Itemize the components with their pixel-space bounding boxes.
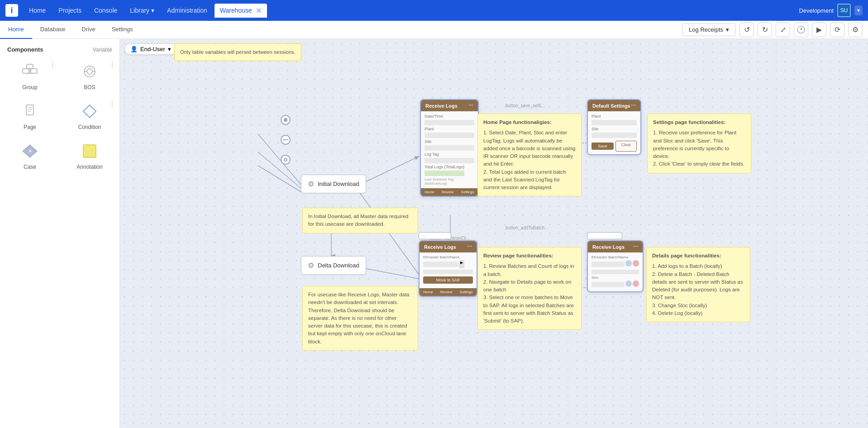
condition-label: Condition: [78, 124, 101, 130]
svg-text:✕: ✕: [28, 148, 32, 154]
settings-page-node[interactable]: Default Settings ⋯ Plant Site Save Clear: [587, 99, 641, 155]
details-page-node[interactable]: Receive Logs ⋯ Efcharder Batch/Name Sloc: [587, 240, 644, 292]
svg-rect-1: [31, 69, 37, 73]
warning-note: Only table variables will persist betwee…: [174, 43, 301, 61]
play-button[interactable]: ▶: [812, 23, 826, 37]
home-page-footer: Home Review Settings: [421, 188, 478, 196]
log-receipts-button[interactable]: Log Receipts ▾: [682, 23, 736, 36]
svg-line-27: [258, 166, 301, 192]
svg-point-8: [87, 69, 92, 74]
initial-download-label: Initial Download: [318, 181, 359, 187]
end-user-arrow-icon: ▾: [168, 46, 171, 52]
condition-icon: [81, 102, 99, 120]
input-node-2[interactable]: [281, 135, 291, 145]
svg-line-24: [360, 267, 419, 279]
config-button[interactable]: ⚙: [848, 23, 863, 37]
nav-warehouse-tab[interactable]: Warehouse ✕: [215, 4, 267, 18]
page-icon: [21, 102, 39, 120]
review-note-title: Review page functionalities:: [483, 252, 576, 260]
fullscreen-button[interactable]: ⤢: [776, 23, 790, 37]
case-icon: ✕: [21, 142, 39, 160]
svg-line-25: [258, 134, 301, 185]
sidebar-grid: ⋮ Group ⋮: [0, 57, 119, 176]
group-icon: [21, 62, 39, 81]
page-label: Page: [24, 124, 36, 130]
initial-download-node[interactable]: ⚙ Initial Download ⋮: [301, 175, 366, 193]
home-note-text: 1. Select Date, Plant, Sloc and enter Lo…: [483, 129, 576, 191]
subnav-database[interactable]: Database: [32, 21, 74, 39]
main-layout: Components Variable ⋮: [0, 39, 868, 428]
delta-download-note: For usecase like Receive Logs, Master da…: [302, 286, 418, 351]
sidebar-item-bos[interactable]: ⋮ BOS: [60, 57, 119, 96]
nav-library[interactable]: Library ▾: [124, 4, 160, 17]
case-label: Case: [24, 164, 36, 170]
nav-right: Development SU ▾: [799, 4, 863, 17]
review-page-node[interactable]: Receive Logs ⋯ Efcharder Batch/Name ▶ Mo…: [419, 240, 477, 297]
environment-label: Development: [799, 7, 834, 14]
svg-rect-18: [83, 145, 96, 157]
sidebar-variable-label: Variable: [93, 47, 112, 53]
input-node-1[interactable]: [281, 115, 291, 125]
avatar-dropdown[interactable]: ▾: [854, 5, 863, 15]
settings-page-title-bar: Default Settings ⋯: [588, 100, 640, 111]
settings-page-container: Default Settings ⋯ Plant Site Save Clear…: [587, 99, 620, 113]
input-node-3[interactable]: [281, 155, 291, 165]
delta-download-menu-icon[interactable]: ⋮: [356, 260, 362, 267]
bos-icon: [81, 62, 99, 81]
app-logo[interactable]: i: [5, 4, 18, 17]
sidebar-header: Components Variable: [0, 43, 119, 57]
initial-download-note: In Initial Download, all Master data req…: [302, 208, 418, 233]
canvas[interactable]: 👤 End-User ▾ Only table variables will p…: [120, 39, 868, 428]
subnav-home[interactable]: Home: [0, 21, 32, 39]
svg-line-26: [258, 152, 301, 188]
group-menu-icon[interactable]: ⋮: [49, 61, 56, 68]
history-button[interactable]: 🕐: [794, 23, 808, 37]
review-page-body: Efcharder Batch/Name ▶ Move to SAP: [420, 252, 477, 288]
connector-label-add-to-batch: button_addToBatch...: [506, 225, 548, 230]
initial-download-icon: ⚙: [308, 180, 314, 188]
connector-label-save-settings: button_save_setti...: [506, 103, 545, 108]
svg-marker-15: [83, 105, 96, 118]
settings-note: Settings page functionalities: 1. Receiv…: [647, 114, 751, 173]
redo-button[interactable]: ↻: [758, 23, 772, 37]
home-page-node[interactable]: Receive Logs ⋯ Date/Time Plant Site Log …: [420, 99, 479, 197]
subnav-settings[interactable]: Settings: [104, 21, 141, 39]
nav-console[interactable]: Console: [89, 4, 123, 17]
svg-rect-0: [23, 69, 29, 73]
svg-line-19: [360, 157, 419, 185]
condition-menu-icon[interactable]: ⋮: [109, 100, 115, 108]
nav-home[interactable]: Home: [24, 4, 51, 17]
sidebar-item-case[interactable]: ✕ Case: [0, 136, 60, 176]
undo-button[interactable]: ↺: [739, 23, 754, 37]
nav-projects[interactable]: Projects: [53, 4, 87, 17]
refresh-button[interactable]: ⟳: [830, 23, 844, 37]
avatar[interactable]: SU: [837, 4, 851, 17]
delta-download-node[interactable]: ⚙ Delta Download ⋮: [301, 256, 366, 275]
library-arrow-icon: ▾: [151, 7, 154, 14]
annotation-icon: [81, 142, 99, 160]
delta-download-icon: ⚙: [308, 261, 314, 270]
sub-nav: Home Database Drive Settings Log Receipt…: [0, 21, 868, 39]
sidebar-item-page[interactable]: Page: [0, 96, 60, 136]
bos-menu-icon[interactable]: ⋮: [109, 61, 115, 68]
details-note-text: 1. Add logs to a Batch (locally) 2. Dele…: [652, 262, 744, 317]
svg-line-20: [360, 193, 419, 274]
sidebar-item-annotation[interactable]: Annotation: [60, 136, 119, 176]
review-page-menu-bar: ⋯: [419, 232, 451, 239]
close-tab-icon[interactable]: ✕: [256, 6, 262, 15]
delta-download-label: Delta Download: [318, 262, 359, 269]
nav-administration[interactable]: Administration: [162, 4, 213, 17]
home-page-body: Date/Time Plant Site Log Tag Total Logs …: [421, 111, 478, 188]
sidebar-item-group[interactable]: ⋮ Group: [0, 57, 60, 96]
details-page-container: ⋯ Receive Logs ⋯ Efcharder Batch/Name: [587, 232, 622, 253]
bos-label: BOS: [84, 84, 95, 90]
initial-download-menu-icon[interactable]: ⋮: [356, 179, 362, 186]
end-user-dropdown[interactable]: 👤 End-User ▾: [124, 43, 177, 55]
review-note-text: 1. Review Batches and Count of logs in a…: [483, 262, 576, 325]
sidebar-item-condition[interactable]: ⋮ Condition: [60, 96, 119, 136]
settings-page-body: Plant Site Save Clear: [588, 111, 640, 154]
home-page-container: Receive Logs ⋯ Date/Time Plant Site Log …: [420, 99, 453, 113]
top-nav: i Home Projects Console Library ▾ Admini…: [0, 0, 868, 21]
settings-note-title: Settings page functionalities:: [653, 119, 745, 126]
subnav-drive[interactable]: Drive: [73, 21, 103, 39]
